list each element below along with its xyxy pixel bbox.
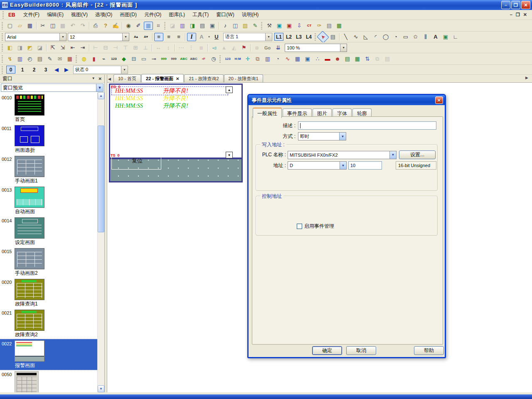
clipboard-clock-icon[interactable]: ▤: [35, 55, 44, 63]
text-tool-icon[interactable]: A: [431, 33, 440, 41]
string-edit-icon[interactable]: ✎: [251, 22, 260, 30]
window-thumbnail[interactable]: [15, 187, 44, 208]
sound-library-icon[interactable]: ♪: [221, 22, 230, 30]
doc-edit-icon[interactable]: ✎: [45, 55, 54, 63]
help-button[interactable]: 帮助: [414, 346, 444, 355]
find-icon[interactable]: ◉: [124, 22, 133, 30]
mode-select[interactable]: 即时▼: [298, 132, 346, 140]
meter-display-icon[interactable]: ◔: [273, 55, 282, 63]
window-thumbnail[interactable]: [15, 279, 44, 300]
function-button-icon[interactable]: ▪F: [199, 55, 208, 63]
state-select[interactable]: 状态 0▼: [73, 66, 128, 74]
window-thumbnail[interactable]: [15, 125, 44, 146]
window-item-0022[interactable]: 0022报警画面: [0, 339, 97, 370]
menu-item-7[interactable]: 工具(T): [189, 10, 212, 19]
address-library-icon[interactable]: ▥: [178, 22, 187, 30]
tab-scroll-left-icon[interactable]: ◀: [108, 77, 113, 81]
element-scroll-down-icon[interactable]: ▼: [226, 152, 233, 158]
plc-name-select[interactable]: MITSUBISHI FX0n/FX2▼: [288, 151, 397, 159]
flip-horizontal-icon[interactable]: ◅: [209, 44, 219, 52]
scrollbar-thumb[interactable]: [98, 126, 104, 232]
snap-icon[interactable]: ⌗: [154, 22, 163, 30]
shape-library-icon[interactable]: ▤: [198, 22, 207, 30]
enlarge-height-icon[interactable]: ⇲: [58, 44, 67, 52]
stamp-icon[interactable]: ✑: [315, 22, 324, 30]
window-thumbnail[interactable]: [15, 156, 44, 177]
mail-icon[interactable]: ✉: [55, 55, 64, 63]
minimize-button[interactable]: –: [501, 1, 510, 9]
data-table-icon[interactable]: ▦: [335, 22, 344, 30]
layer-button-l4[interactable]: L4: [304, 33, 313, 41]
sidebar-scrollbar[interactable]: ▲ ▼: [97, 92, 104, 392]
window-item-0011[interactable]: 0011画面选折: [0, 124, 97, 155]
ct-card-icon[interactable]: CT: [305, 22, 314, 30]
dialog-titlebar[interactable]: 事件显示元件属性 ✕: [249, 95, 445, 105]
window-thumbnail[interactable]: [15, 340, 44, 362]
menu-item-1[interactable]: 编辑(E): [43, 10, 67, 19]
cancel-button[interactable]: 取消: [346, 346, 376, 355]
state-button-0[interactable]: 0: [6, 66, 15, 74]
window-item-0012[interactable]: 0012手动画面1: [0, 155, 97, 185]
new-file-icon[interactable]: ▢: [5, 22, 15, 30]
xy-plot-icon[interactable]: ▣: [303, 55, 312, 63]
layer-button-l2[interactable]: L2: [284, 33, 293, 41]
combo-button-icon[interactable]: ⊟: [129, 55, 138, 63]
underline-icon[interactable]: U: [212, 33, 221, 41]
animation-icon[interactable]: ⧉: [253, 55, 262, 63]
window-thumbnail[interactable]: [15, 217, 44, 239]
shrink-height-icon[interactable]: ⇥: [78, 44, 87, 52]
open-file-icon[interactable]: ▱: [15, 22, 25, 30]
window-item-0014[interactable]: 0014设定画面: [0, 216, 97, 247]
corner-tool-icon[interactable]: ∟: [451, 33, 460, 41]
scroll-up-icon[interactable]: ▲: [98, 92, 104, 99]
scheduler-icon[interactable]: ◴: [25, 55, 34, 63]
menu-item-8[interactable]: 窗口(W): [212, 10, 238, 19]
scale-tool-icon[interactable]: ⫼: [421, 33, 430, 41]
key-button-icon[interactable]: ⊸: [149, 55, 158, 63]
hmi-screen-canvas[interactable]: ED_0 HH:MM:SS升降不良!HH:MM:SS升降不良!HH:MM:SS升…: [109, 84, 243, 182]
label-library-icon[interactable]: ▨: [241, 22, 250, 30]
window-item-0013[interactable]: 0013自动画面: [0, 185, 97, 216]
draw-pen-icon[interactable]: ✐: [134, 22, 143, 30]
moving-shape-icon[interactable]: ✛: [243, 55, 252, 63]
csv-icon[interactable]: ▤: [325, 22, 334, 30]
macro-icon[interactable]: ◫: [231, 22, 240, 30]
selection-rect[interactable]: [111, 86, 228, 95]
toggle-switch-icon[interactable]: ⌁: [99, 55, 108, 63]
state-button-3[interactable]: 3: [41, 66, 50, 74]
scroll-down-icon[interactable]: ▼: [98, 385, 104, 392]
online-simulation-icon[interactable]: ▣: [275, 22, 284, 30]
bit-lamp-icon[interactable]: ◍: [79, 55, 89, 63]
window-item-0021[interactable]: 0021故障查询2: [0, 308, 97, 339]
help-icon[interactable]: ?: [101, 22, 110, 30]
align-left-icon[interactable]: ≡: [154, 33, 163, 41]
word-lamp-icon[interactable]: ▮: [89, 55, 99, 63]
next-state-icon[interactable]: ▶: [62, 66, 71, 74]
mdi-minimize-button[interactable]: –: [510, 12, 512, 17]
numeric-display-icon[interactable]: 999: [159, 55, 168, 63]
bar-graph-icon[interactable]: ▥: [263, 55, 272, 63]
menu-item-4[interactable]: 画图(D): [116, 10, 140, 19]
zoom-arrows-icon[interactable]: ⇊: [273, 44, 283, 52]
ok-button[interactable]: 确定: [312, 346, 342, 355]
polyline-tool-icon[interactable]: ◺: [361, 33, 370, 41]
menu-item-6[interactable]: 图库(L): [165, 10, 189, 19]
polygon-tool-icon[interactable]: ✩: [411, 33, 420, 41]
download-icon[interactable]: ⇩: [295, 22, 304, 30]
window-thumbnail[interactable]: [15, 248, 44, 269]
data-transfer-icon[interactable]: ⇅: [363, 55, 372, 63]
font-family-select[interactable]: Arial▼: [5, 33, 66, 41]
numeric-tag-icon[interactable]: 123: [223, 55, 232, 63]
window-bar-icon[interactable]: ▥: [15, 55, 25, 63]
cut-icon[interactable]: ✂: [38, 22, 47, 30]
menu-item-0[interactable]: 文件(F): [20, 10, 43, 19]
ascii-input-icon[interactable]: ABC: [189, 55, 198, 63]
tab-close-icon[interactable]: ✕: [176, 76, 179, 81]
line-tool-icon[interactable]: ╲: [341, 33, 350, 41]
window-item-0020[interactable]: 0020故障查询1: [0, 278, 97, 308]
trend-display-icon[interactable]: ∿: [283, 55, 292, 63]
window-item-0015[interactable]: 0015手动画面2: [0, 247, 97, 278]
event-display-icon[interactable]: ▤: [343, 55, 352, 63]
state-button-1[interactable]: 1: [18, 66, 27, 74]
pin-icon[interactable]: ⚑: [239, 44, 249, 52]
